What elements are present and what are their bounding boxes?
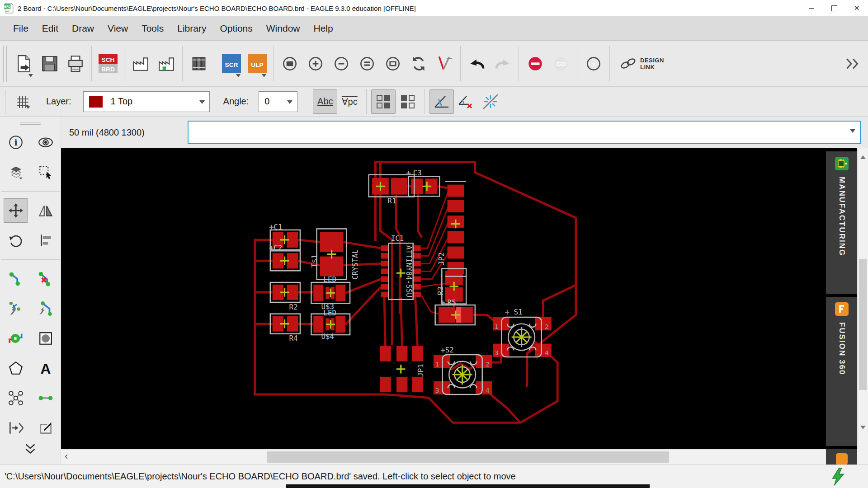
menu-help[interactable]: Help	[307, 23, 340, 34]
move-tool-button[interactable]	[4, 198, 28, 223]
palette-grip	[20, 122, 41, 125]
text-hide-button[interactable]: ∀pc	[337, 89, 362, 114]
zoom-in-icon	[306, 54, 325, 73]
library-button[interactable]	[186, 46, 212, 82]
text-display-button[interactable]: Abc	[313, 89, 337, 114]
sch-brd-icon: SCH BRD	[99, 54, 118, 73]
scroll-down-icon[interactable]	[860, 426, 866, 432]
tab-partial[interactable]	[826, 449, 857, 465]
menu-options[interactable]: Options	[213, 23, 259, 34]
side-panel-tabs: MANUFACTURING FUSION 360	[826, 148, 857, 449]
menu-window[interactable]: Window	[259, 23, 307, 34]
zoom-select-button[interactable]	[380, 46, 406, 82]
link-icon	[619, 55, 637, 73]
menu-edit[interactable]: Edit	[35, 23, 65, 34]
wire-tool-button[interactable]	[33, 386, 58, 410]
show-tool-button[interactable]	[33, 130, 58, 155]
angle-select[interactable]: 0	[259, 91, 297, 112]
quadrant-right-button[interactable]	[371, 89, 396, 114]
new-file-icon	[14, 54, 33, 73]
tab-manufacturing[interactable]: MANUFACTURING	[826, 151, 857, 294]
via-tool-button[interactable]	[4, 326, 28, 351]
run-ulp-button[interactable]: ULP	[244, 46, 270, 82]
horizontal-scroll-thumb[interactable]	[267, 451, 669, 463]
stop-button[interactable]	[522, 46, 548, 82]
miter-corner-tool-button[interactable]	[33, 416, 58, 440]
svg-text:R3: R3	[436, 286, 445, 295]
horizontal-scrollbar[interactable]: ‹	[61, 449, 826, 465]
board-canvas[interactable]: R1C3JP2C1C2T$1CRYSTALIC1ATTINY84-SSUR2LE…	[61, 148, 826, 449]
close-button[interactable]: ✕	[845, 0, 868, 16]
layer-select[interactable]: 1 Top	[83, 91, 210, 112]
mirror-tool-button[interactable]	[33, 198, 58, 223]
quadrant-left-button[interactable]	[396, 89, 420, 114]
sync-bolt-icon[interactable]	[829, 467, 847, 486]
split-wire-icon	[8, 300, 24, 317]
angle-snap-off-icon	[457, 93, 475, 111]
zoom-out-button[interactable]	[328, 46, 354, 82]
redo-icon	[493, 54, 512, 73]
cam-processor-button[interactable]	[127, 46, 153, 82]
switch-to-schematic-button[interactable]: SCH BRD	[95, 46, 121, 82]
new-board-button[interactable]	[11, 46, 37, 82]
text-tool-button[interactable]: A	[33, 356, 58, 380]
angle-snap-off-button[interactable]	[454, 89, 478, 114]
info-tool-button[interactable]: i	[4, 130, 28, 155]
ratsnest-tool-button[interactable]	[4, 386, 28, 410]
ratsnest-airwires-button[interactable]	[431, 46, 457, 82]
snap-points-button[interactable]	[478, 89, 503, 114]
unroute-tool-button[interactable]	[33, 296, 58, 321]
angle-value: 0	[264, 96, 269, 107]
zoom-exact-button[interactable]	[354, 46, 380, 82]
route-tool-button[interactable]	[4, 267, 28, 291]
svg-text:A: A	[41, 361, 51, 376]
display-layers-button[interactable]	[4, 160, 28, 184]
grid-button[interactable]	[10, 89, 34, 114]
ripup-tool-button[interactable]	[33, 267, 58, 291]
rotate-icon	[8, 232, 24, 249]
redo-button[interactable]	[490, 46, 515, 82]
circle-tool-button[interactable]	[33, 326, 58, 351]
more-tools-button[interactable]	[18, 440, 42, 457]
toolbar-overflow-button[interactable]	[840, 46, 865, 82]
miter-split-tool-button[interactable]	[4, 296, 28, 321]
help-button[interactable]: ?	[580, 46, 606, 82]
go-button[interactable]: GO	[548, 46, 574, 82]
menu-file[interactable]: File	[6, 23, 35, 34]
group-select-button[interactable]	[33, 160, 58, 184]
angle-label: Angle:	[223, 96, 249, 107]
angle-snap-on-button[interactable]	[429, 89, 454, 114]
dropdown-arrow-icon	[28, 74, 33, 80]
tab-fusion-360[interactable]: FUSION 360	[826, 297, 857, 446]
design-link-button[interactable]: DESIGN LINK	[619, 55, 664, 73]
menu-tools[interactable]: Tools	[135, 23, 170, 34]
undo-button[interactable]	[464, 46, 490, 82]
dropdown-arrow-icon	[236, 74, 241, 80]
meander-tool-button[interactable]	[4, 416, 28, 440]
svg-text:LED: LED	[323, 275, 336, 284]
vertical-scroll-thumb[interactable]	[859, 259, 867, 390]
print-button[interactable]	[62, 46, 88, 82]
run-script-button[interactable]: SCR	[218, 46, 244, 82]
zoom-out-icon	[332, 54, 351, 73]
zoom-in-button[interactable]	[302, 46, 328, 82]
zoom-redraw-button[interactable]	[406, 46, 431, 82]
svg-text:CRYSTAL: CRYSTAL	[351, 249, 359, 280]
minimize-button[interactable]	[800, 0, 823, 16]
polygon-tool-button[interactable]	[4, 356, 28, 380]
menu-library[interactable]: Library	[170, 23, 213, 34]
align-tool-button[interactable]	[33, 228, 58, 253]
command-box	[188, 121, 861, 144]
assembly-variants-button[interactable]	[153, 46, 179, 82]
scroll-left-icon[interactable]: ‹	[65, 450, 68, 462]
zoom-fit-button[interactable]	[277, 46, 302, 82]
menu-draw[interactable]: Draw	[65, 23, 101, 34]
svg-text:SCR: SCR	[225, 61, 238, 68]
command-input[interactable]	[189, 127, 850, 138]
vertical-scrollbar[interactable]	[857, 148, 868, 449]
menu-view[interactable]: View	[101, 23, 135, 34]
scroll-up-icon[interactable]	[860, 153, 866, 159]
save-button[interactable]	[37, 46, 62, 82]
rotate-tool-button[interactable]	[4, 228, 28, 253]
maximize-button[interactable]	[823, 0, 845, 16]
